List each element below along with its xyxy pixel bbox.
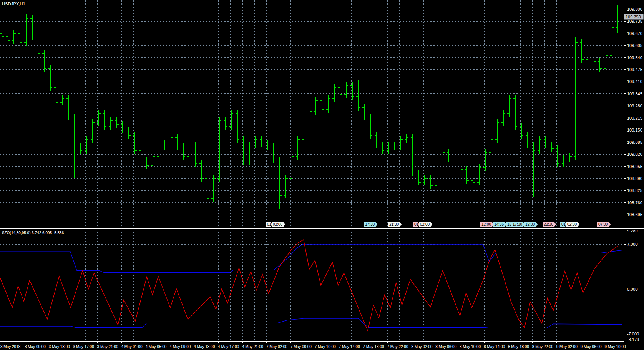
price-axis-scale[interactable] bbox=[624, 0, 644, 341]
time-marker-badge[interactable]: 02:00 bbox=[272, 222, 285, 227]
time-marker-badge[interactable]: 07:00 bbox=[597, 222, 611, 227]
time-marker-badge[interactable]: 21:30 bbox=[388, 222, 402, 227]
time-axis-scale[interactable] bbox=[0, 342, 644, 350]
time-marker-badge[interactable]: 17:30 bbox=[364, 222, 377, 227]
time-marker-badge[interactable]: 14:55 bbox=[493, 222, 506, 227]
time-marker-badge[interactable]: 22:30 bbox=[543, 222, 556, 227]
panel-separator[interactable] bbox=[0, 228, 644, 230]
mt4-chart-window: 109.800109.735109.670109.605109.540109.4… bbox=[0, 0, 644, 350]
indicator-panel[interactable] bbox=[0, 230, 624, 341]
time-marker-badge[interactable]: 02:00 bbox=[566, 222, 579, 227]
price-chart-panel[interactable] bbox=[0, 0, 624, 228]
time-marker-badge[interactable]: 02:00 bbox=[419, 222, 432, 227]
indicator-label: SZO(14,30,95.0) 6.742 6.095 -5.536 bbox=[2, 231, 64, 235]
time-marker-badge[interactable]: 19:00 bbox=[524, 222, 538, 227]
symbol-label: USDJPY,H1 bbox=[2, 2, 25, 6]
time-marker-badge[interactable]: 17:30 bbox=[511, 222, 525, 227]
time-marker-badge[interactable]: 12:00 bbox=[480, 222, 494, 227]
